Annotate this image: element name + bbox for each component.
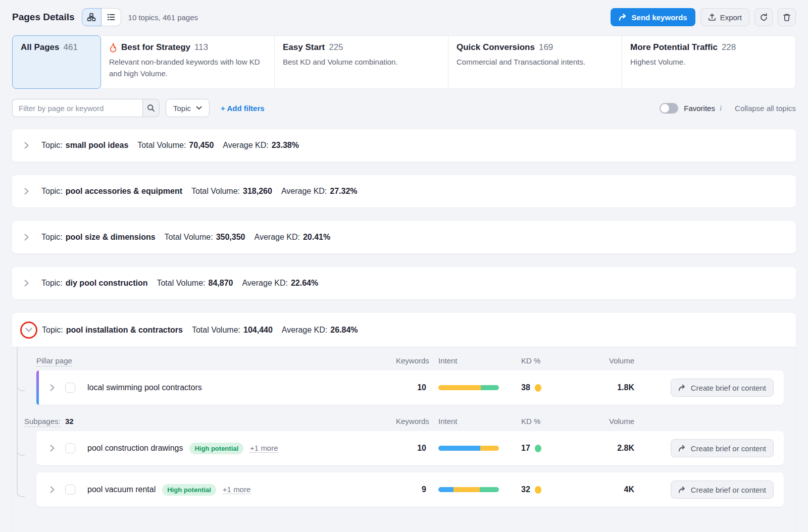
chevron-down-icon[interactable] [25,328,32,332]
topic-filter-dropdown[interactable]: Topic [166,99,210,117]
tab-count: 113 [194,42,208,52]
subpages-header[interactable]: Subpages: [24,417,61,427]
delete-button[interactable] [778,8,796,26]
high-potential-badge: High potential [162,484,216,496]
total-volume-label: Total Volume: [137,141,186,150]
forward-arrow-icon [678,384,686,391]
chevron-right-icon[interactable] [50,445,55,452]
tab-count: 225 [329,42,343,52]
subpage-row[interactable]: pool vacuum rental High potential +1 mor… [36,472,784,507]
tab-more-potential-traffic[interactable]: More Potential Traffic 228 Highest Volum… [622,35,796,89]
topics-view-button[interactable] [82,8,102,26]
search-icon [147,104,155,112]
topic-prefix: Topic: [41,187,63,196]
search-button[interactable] [142,99,160,117]
kd-header: KD % [521,417,577,425]
total-volume-value: 70,450 [189,141,214,150]
expanded-topic-header[interactable]: Topic: pool installation & contractors T… [12,313,796,347]
pillar-page-header[interactable]: Pillar page [36,356,72,366]
total-volume-value: 350,350 [216,233,245,242]
volume-header: Volume [589,356,634,365]
collapse-all-topics-link[interactable]: Collapse all topics [735,104,796,113]
topic-name: small pool ideas [66,141,128,150]
tab-all-pages[interactable]: All Pages 461 [12,35,101,89]
high-potential-badge: High potential [189,443,243,454]
export-label: Export [720,13,742,22]
row-checkbox[interactable] [65,485,75,495]
average-kd-label: Average KD: [282,326,327,335]
tab-best-for-strategy[interactable]: Best for Strategy 113 Relevant non-brand… [101,35,275,89]
chevron-right-icon[interactable] [24,280,29,287]
tab-easy-start[interactable]: Easy Start 225 Best KD and Volume combin… [275,35,448,89]
tab-label: More Potential Traffic [630,42,718,52]
tree-connector [17,347,25,497]
volume-value: 1.8K [589,383,634,392]
page-name: local swimming pool contractors [87,383,202,392]
send-keywords-button[interactable]: Send keywords [611,8,695,26]
info-icon[interactable]: i [720,104,722,113]
annotation-red-circle [20,322,37,339]
subpage-row[interactable]: pool construction drawings High potentia… [36,431,784,465]
header-actions: Send keywords Export [611,8,796,26]
subpages-count: 32 [65,417,74,425]
forward-arrow-icon [619,14,627,21]
chevron-down-icon [196,106,202,110]
add-filters-link[interactable]: + Add filters [221,104,265,113]
average-kd-value: 20.41% [303,233,330,242]
forward-arrow-icon [678,445,686,452]
tab-count: 228 [722,42,736,52]
export-icon [708,13,716,21]
kd-dot [535,384,541,392]
view-toggle [82,8,121,26]
tab-label: Easy Start [283,42,325,52]
page-name: pool construction drawings [87,444,183,453]
average-kd-value: 26.84% [330,326,358,335]
tab-description: Highest Volume. [630,56,787,68]
row-checkbox[interactable] [65,383,75,393]
tab-label: Quick Conversions [457,42,535,52]
topic-prefix: Topic: [41,279,63,288]
list-view-button[interactable] [102,8,121,26]
volume-value: 2.8K [589,444,634,453]
favorites-toggle[interactable] [660,103,678,114]
send-keywords-label: Send keywords [632,13,687,22]
chevron-right-icon[interactable] [24,188,29,195]
create-brief-button[interactable]: Create brief or content [671,481,774,499]
average-kd-label: Average KD: [223,141,268,150]
create-brief-label: Create brief or content [691,486,766,494]
pillar-page-row[interactable]: local swimming pool contractors 10 38 1.… [36,370,784,405]
chevron-right-icon[interactable] [50,384,55,391]
chevron-right-icon[interactable] [24,142,29,149]
keywords-header: Keywords [396,417,426,425]
topic-name: pool installation & contractors [66,326,183,335]
create-brief-button[interactable]: Create brief or content [671,439,774,457]
topic-row[interactable]: Topic: pool size & dimensions Total Volu… [12,221,796,253]
chevron-right-icon[interactable] [24,234,29,241]
tab-quick-conversions[interactable]: Quick Conversions 169 Commercial and Tra… [448,35,622,89]
pages-details-view: Pages Details 10 topics, 461 pages Send … [0,0,808,532]
keywords-count: 9 [396,485,426,494]
search-input[interactable] [12,99,142,117]
filter-bar: Topic + Add filters Favorites i Collapse… [12,99,796,117]
average-kd-label: Average KD: [242,279,287,288]
total-volume-label: Total Volume: [192,326,240,335]
chevron-right-icon[interactable] [50,486,55,493]
topic-row[interactable]: Topic: pool accessories & equipment Tota… [12,175,796,207]
export-button[interactable]: Export [700,8,749,26]
topic-row[interactable]: Topic: diy pool construction Total Volum… [12,267,796,299]
refresh-icon [760,13,768,22]
topic-prefix: Topic: [41,233,63,242]
refresh-button[interactable] [754,8,773,26]
create-brief-button[interactable]: Create brief or content [671,379,774,397]
kd-value: 38 [521,383,530,392]
subpages-table-header: Subpages: 32 Keywords Intent KD % Volume [24,408,784,431]
more-badges-link[interactable]: +1 more [250,444,278,453]
total-volume-label: Total Volume: [165,233,213,242]
sitemap-icon [87,13,96,22]
page-header: Pages Details 10 topics, 461 pages Send … [12,7,796,27]
more-badges-link[interactable]: +1 more [223,485,250,494]
topic-row[interactable]: Topic: small pool ideas Total Volume: 70… [12,129,796,162]
total-volume-value: 104,440 [243,326,273,335]
flame-icon [109,43,117,52]
row-checkbox[interactable] [65,443,75,453]
